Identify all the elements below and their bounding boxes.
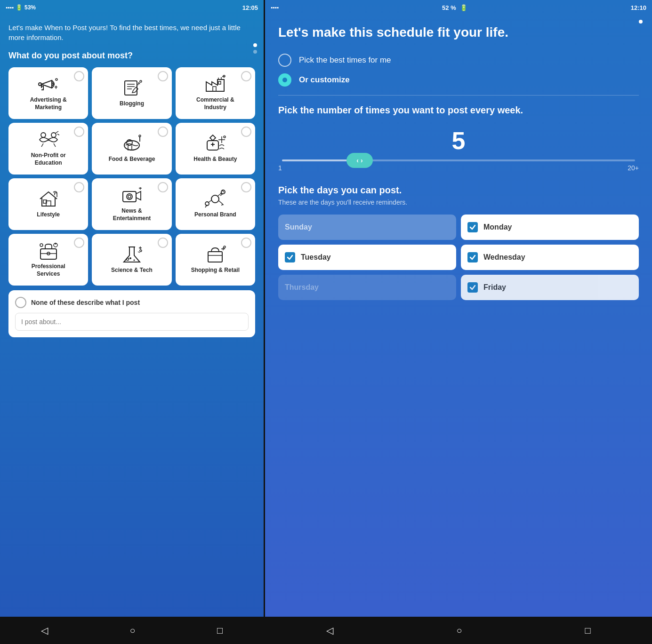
svg-point-34 [126, 258, 129, 261]
radio-circle-customize[interactable] [278, 73, 291, 87]
card-radio-science[interactable] [158, 238, 168, 248]
day-check-wednesday [467, 252, 478, 262]
none-input[interactable] [15, 313, 249, 331]
day-label-monday: Monday [483, 223, 512, 231]
day-wednesday[interactable]: Wednesday [461, 245, 639, 270]
section-divider [278, 95, 639, 95]
svg-point-10 [223, 75, 225, 77]
none-box[interactable]: None of these describe what I post [8, 290, 255, 337]
none-radio[interactable] [15, 297, 26, 308]
blog-icon [121, 79, 143, 97]
card-radio-advertising[interactable] [74, 71, 84, 81]
recent-nav[interactable]: □ [217, 625, 223, 636]
radio-customize[interactable]: Or customize [278, 73, 639, 87]
category-shopping[interactable]: Shopping & Retail [176, 234, 255, 286]
card-radio-personal[interactable] [241, 182, 251, 192]
radio-label-customize: Or customize [299, 75, 350, 85]
card-label-blogging: Blogging [120, 100, 144, 108]
home-nav-right[interactable]: ○ [456, 625, 462, 636]
svg-point-36 [129, 257, 131, 259]
radio-best-times[interactable]: Pick the best times for me [278, 54, 639, 67]
category-lifestyle[interactable]: Lifestyle [8, 178, 88, 230]
recent-nav-right[interactable]: □ [585, 625, 590, 636]
svg-point-6 [140, 80, 142, 82]
svg-rect-7 [213, 87, 216, 91]
card-radio-health[interactable] [241, 127, 251, 137]
right-content: Let's make this schedule fit your life. … [265, 15, 652, 617]
megaphone-icon [38, 75, 59, 94]
card-label-lifestyle: Lifestyle [37, 211, 60, 219]
category-advertising[interactable]: Advertising &Marketing [8, 67, 88, 119]
card-radio-shopping[interactable] [241, 238, 251, 248]
dot-1 [253, 43, 257, 47]
day-tuesday[interactable]: Tuesday [278, 245, 456, 270]
back-nav-right[interactable]: ◁ [326, 625, 333, 636]
day-monday[interactable]: Monday [461, 215, 639, 240]
card-label-news: News &Entertainment [113, 207, 151, 222]
dot-2 [253, 50, 257, 54]
day-thursday[interactable]: Thursday [278, 275, 456, 300]
day-check-friday [467, 282, 478, 293]
svg-point-19 [224, 136, 225, 138]
right-panel: ▪▪▪▪ 52 % 🔋 12:10 Let's make this schedu… [264, 0, 652, 644]
left-content: Let's make When to Post yours! To find t… [0, 15, 264, 617]
day-label-thursday: Thursday [285, 283, 319, 292]
card-label-science: Science & Tech [111, 267, 153, 274]
science-icon [121, 245, 143, 264]
signal-icon: ▪▪▪▪ [6, 4, 14, 11]
signal-icon-right: ▪▪▪▪ [271, 4, 279, 11]
category-professional[interactable]: ProfessionalServices [8, 234, 88, 286]
status-icons-right: ▪▪▪▪ [271, 4, 279, 11]
svg-point-37 [140, 250, 142, 252]
check-icon-friday [469, 284, 476, 291]
back-nav[interactable]: ◁ [41, 625, 48, 636]
slider-labels: 1 20+ [278, 164, 639, 172]
category-commercial[interactable]: Commercial &Industry [176, 67, 255, 119]
status-bar-left: ▪▪▪▪ 🔋 53% 12:05 [0, 0, 264, 15]
days-grid: Sunday Monday [278, 215, 639, 300]
card-radio-lifestyle[interactable] [74, 182, 84, 192]
days-heading: Pick the days you can post. [278, 185, 639, 196]
category-science[interactable]: Science & Tech [92, 234, 171, 286]
day-label-tuesday: Tuesday [301, 253, 331, 262]
card-radio-food[interactable] [158, 127, 168, 137]
day-friday[interactable]: Friday [461, 275, 639, 300]
slider-thumb[interactable]: ‹ › [346, 153, 373, 168]
day-sunday[interactable]: Sunday [278, 215, 456, 240]
status-icons-left: ▪▪▪▪ 🔋 53% [6, 4, 36, 11]
factory-icon [204, 75, 226, 94]
page-heading: Let's make this schedule fit your life. [278, 24, 639, 40]
scroll-dots-right [639, 20, 643, 24]
svg-rect-22 [123, 191, 136, 202]
time-left: 12:05 [242, 4, 258, 11]
slider-track-bg: ‹ › [282, 159, 635, 161]
card-radio-nonprofit[interactable] [74, 127, 84, 137]
slider-left-arrow[interactable]: ‹ [356, 157, 359, 164]
svg-point-27 [221, 190, 225, 194]
handshake-icon [38, 130, 59, 149]
card-label-professional: ProfessionalServices [32, 263, 65, 278]
category-personal[interactable]: Personal Brand [176, 178, 255, 230]
category-news[interactable]: News &Entertainment [92, 178, 171, 230]
card-radio-professional[interactable] [74, 238, 84, 248]
card-radio-news[interactable] [158, 182, 168, 192]
slider-value: 5 [278, 127, 639, 155]
day-check-monday [467, 222, 478, 232]
day-label-sunday: Sunday [285, 223, 312, 231]
card-radio-commercial[interactable] [241, 71, 251, 81]
home-nav[interactable]: ○ [129, 625, 135, 636]
beauty-icon [204, 134, 226, 153]
category-nonprofit[interactable]: Non-Profit orEducation [8, 123, 88, 175]
slider-right-arrow[interactable]: › [361, 157, 363, 164]
category-blogging[interactable]: Blogging [92, 67, 171, 119]
day-check-tuesday [285, 252, 295, 262]
category-food[interactable]: Food & Beverage [92, 123, 171, 175]
category-health[interactable]: Health & Beauty [176, 123, 255, 175]
svg-point-11 [41, 133, 46, 137]
battery-icon: 🔋 [16, 4, 23, 11]
svg-point-1 [56, 79, 57, 80]
left-panel: ▪▪▪▪ 🔋 53% 12:05 Let's make When to Post… [0, 0, 264, 644]
radio-circle-best-times[interactable] [278, 54, 291, 67]
card-radio-blogging[interactable] [158, 71, 168, 81]
svg-point-23 [127, 194, 132, 199]
